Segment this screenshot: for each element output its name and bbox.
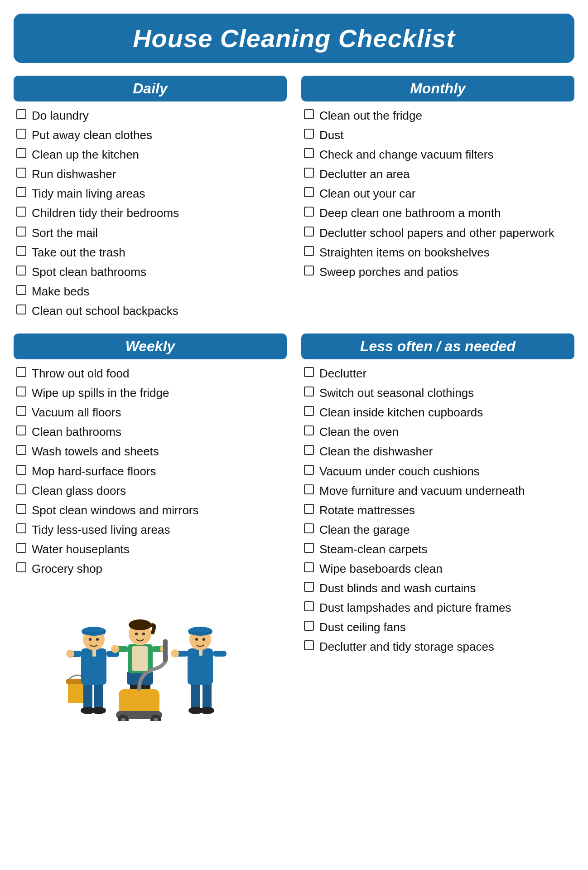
checkbox[interactable] xyxy=(304,187,314,197)
list-item[interactable]: Rotate mattresses xyxy=(304,503,572,518)
list-item[interactable]: Clean the oven xyxy=(304,424,572,440)
list-item[interactable]: Clean out school backpacks xyxy=(16,303,284,319)
checkbox[interactable] xyxy=(16,227,26,237)
list-item[interactable]: Deep clean one bathroom a month xyxy=(304,205,572,221)
checkbox[interactable] xyxy=(16,207,26,217)
checkbox[interactable] xyxy=(16,543,26,553)
list-item[interactable]: Clean inside kitchen cupboards xyxy=(304,405,572,420)
list-item[interactable]: Wipe baseboards clean xyxy=(304,561,572,577)
checkbox[interactable] xyxy=(16,562,26,572)
list-item[interactable]: Vacuum under couch cushions xyxy=(304,464,572,479)
list-item[interactable]: Wipe up spills in the fridge xyxy=(16,385,284,401)
list-item[interactable]: Do laundry xyxy=(16,108,284,124)
list-item[interactable]: Children tidy their bedrooms xyxy=(16,205,284,221)
checkbox[interactable] xyxy=(304,523,314,533)
list-item[interactable]: Dust blinds and wash curtains xyxy=(304,580,572,596)
checkbox[interactable] xyxy=(16,484,26,494)
checkbox[interactable] xyxy=(304,543,314,553)
checkbox[interactable] xyxy=(16,523,26,533)
checkbox[interactable] xyxy=(16,387,26,396)
list-item[interactable]: Switch out seasonal clothings xyxy=(304,385,572,401)
checkbox[interactable] xyxy=(304,207,314,217)
list-item[interactable]: Make beds xyxy=(16,284,284,300)
checkbox[interactable] xyxy=(16,109,26,119)
page-title: House Cleaning Checklist xyxy=(27,24,561,53)
list-item[interactable]: Dust ceiling fans xyxy=(304,619,572,635)
list-item[interactable]: Clean glass doors xyxy=(16,483,284,499)
list-item[interactable]: Put away clean clothes xyxy=(16,127,284,143)
checkbox[interactable] xyxy=(16,187,26,197)
checkbox[interactable] xyxy=(304,129,314,139)
checkbox[interactable] xyxy=(304,406,314,416)
checkbox[interactable] xyxy=(304,465,314,475)
list-item[interactable]: Tidy less-used living areas xyxy=(16,522,284,538)
checkbox[interactable] xyxy=(304,484,314,494)
checkbox[interactable] xyxy=(304,246,314,256)
daily-list: Do laundryPut away clean clothesClean up… xyxy=(14,108,287,319)
list-item[interactable]: Clean out the fridge xyxy=(304,108,572,124)
checkbox[interactable] xyxy=(16,285,26,295)
list-item[interactable]: Grocery shop xyxy=(16,561,284,577)
list-item[interactable]: Steam-clean carpets xyxy=(304,541,572,557)
list-item[interactable]: Clean the garage xyxy=(304,522,572,538)
list-item[interactable]: Declutter and tidy storage spaces xyxy=(304,639,572,655)
item-label: Clean bathrooms xyxy=(32,424,121,440)
list-item[interactable]: Water houseplants xyxy=(16,541,284,557)
checkbox[interactable] xyxy=(304,562,314,572)
checkbox[interactable] xyxy=(304,504,314,514)
list-item[interactable]: Check and change vacuum filters xyxy=(304,147,572,163)
list-item[interactable]: Spot clean bathrooms xyxy=(16,264,284,280)
list-item[interactable]: Run dishwasher xyxy=(16,166,284,182)
list-item[interactable]: Declutter school papers and other paperw… xyxy=(304,225,572,241)
list-item[interactable]: Clean up the kitchen xyxy=(16,147,284,163)
list-item[interactable]: Clean bathrooms xyxy=(16,424,284,440)
list-item[interactable]: Sort the mail xyxy=(16,225,284,241)
list-item[interactable]: Straighten items on bookshelves xyxy=(304,245,572,261)
list-item[interactable]: Sweep porches and patios xyxy=(304,264,572,280)
list-item[interactable]: Declutter xyxy=(304,366,572,382)
checkbox[interactable] xyxy=(304,425,314,435)
checkbox[interactable] xyxy=(16,304,26,314)
checkbox[interactable] xyxy=(304,582,314,592)
list-item[interactable]: Move furniture and vacuum underneath xyxy=(304,483,572,499)
checkbox[interactable] xyxy=(304,640,314,650)
list-item[interactable]: Clean out your car xyxy=(304,186,572,202)
list-item[interactable]: Clean the dishwasher xyxy=(304,444,572,459)
list-item[interactable]: Vacuum all floors xyxy=(16,405,284,420)
checkbox[interactable] xyxy=(16,148,26,158)
list-item[interactable]: Tidy main living areas xyxy=(16,186,284,202)
checkbox[interactable] xyxy=(304,367,314,377)
list-item[interactable]: Throw out old food xyxy=(16,366,284,382)
svg-rect-39 xyxy=(191,682,200,710)
list-item[interactable]: Take out the trash xyxy=(16,245,284,261)
checkbox[interactable] xyxy=(16,266,26,276)
list-item[interactable]: Spot clean windows and mirrors xyxy=(16,503,284,518)
checkbox[interactable] xyxy=(16,129,26,139)
list-item[interactable]: Dust lampshades and picture frames xyxy=(304,600,572,616)
list-item[interactable]: Wash towels and sheets xyxy=(16,444,284,459)
list-item[interactable]: Dust xyxy=(304,127,572,143)
item-label: Children tidy their bedrooms xyxy=(32,205,179,221)
checkbox[interactable] xyxy=(16,445,26,455)
checkbox[interactable] xyxy=(304,445,314,455)
list-item[interactable]: Mop hard-surface floors xyxy=(16,464,284,479)
checkbox[interactable] xyxy=(16,246,26,256)
checkbox[interactable] xyxy=(16,504,26,514)
checkbox[interactable] xyxy=(304,266,314,276)
checkbox[interactable] xyxy=(16,465,26,475)
checkbox[interactable] xyxy=(304,227,314,237)
checkbox[interactable] xyxy=(16,168,26,178)
item-label: Wipe up spills in the fridge xyxy=(32,385,169,401)
checkbox[interactable] xyxy=(304,621,314,631)
checkbox[interactable] xyxy=(304,601,314,611)
checkbox[interactable] xyxy=(304,168,314,178)
checkbox[interactable] xyxy=(304,148,314,158)
checkbox[interactable] xyxy=(16,425,26,435)
list-item[interactable]: Declutter an area xyxy=(304,166,572,182)
svg-point-31 xyxy=(142,633,145,635)
checkbox[interactable] xyxy=(16,406,26,416)
checkbox[interactable] xyxy=(304,387,314,396)
checkbox[interactable] xyxy=(16,367,26,377)
item-label: Move furniture and vacuum underneath xyxy=(319,483,525,499)
checkbox[interactable] xyxy=(304,109,314,119)
